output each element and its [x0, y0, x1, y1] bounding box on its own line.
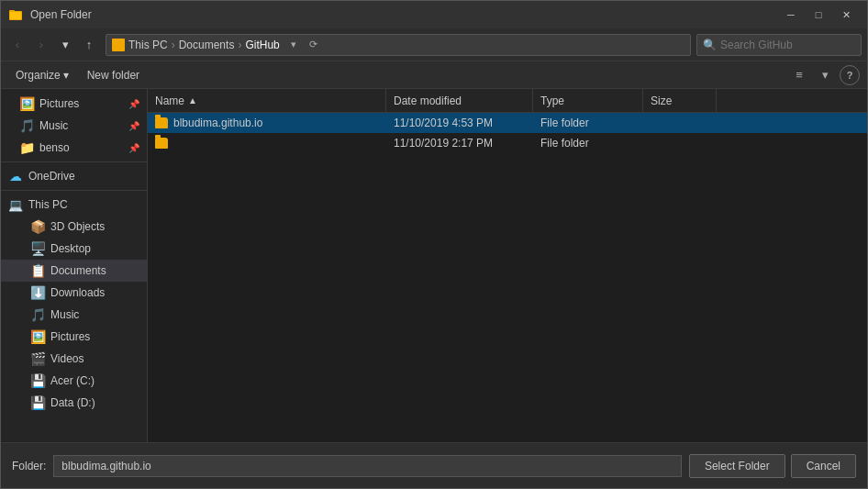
sidebar-item-pictures[interactable]: 🖼️ Pictures 📌 — [1, 93, 147, 115]
minimize-button[interactable]: ─ — [777, 1, 805, 28]
sidebar-item-benso[interactable]: 📁 benso 📌 — [1, 137, 147, 159]
sidebar-item-documents[interactable]: 📋 Documents — [1, 260, 147, 282]
organize-button[interactable]: Organize ▾ — [8, 66, 76, 84]
pictures2-icon: 🖼️ — [30, 329, 45, 344]
downloads-icon: ⬇️ — [30, 285, 45, 300]
folder-input[interactable] — [53, 455, 682, 477]
up-icon: ↑ — [86, 38, 93, 51]
sidebar-item-acerc[interactable]: 💾 Acer (C:) — [1, 370, 147, 392]
address-actions: ▾ ⟳ — [284, 34, 324, 56]
file-cell-date-1: 11/10/2019 4:53 PM — [386, 113, 533, 132]
onedrive-icon: ☁ — [8, 169, 23, 183]
address-bar[interactable]: This PC › Documents › GitHub ▾ ⟳ — [106, 34, 691, 56]
view-dropdown-icon: ▾ — [822, 68, 829, 82]
dropdown-history-button[interactable]: ▾ — [54, 34, 76, 56]
sidebar-divider-2 — [1, 190, 147, 191]
file-type-2: File folder — [540, 137, 589, 150]
sidebar-item-datad-label: Data (D:) — [50, 396, 139, 409]
select-folder-button[interactable]: Select Folder — [689, 454, 785, 478]
col-date-label: Date modified — [394, 94, 462, 107]
search-bar[interactable]: 🔍 — [696, 34, 862, 56]
address-dropdown-button[interactable]: ▾ — [284, 34, 304, 56]
search-input[interactable] — [720, 39, 855, 51]
address-breadcrumb: This PC › Documents › GitHub — [128, 39, 280, 51]
sidebar-item-3dobjects[interactable]: 📦 3D Objects — [1, 216, 147, 238]
new-folder-button[interactable]: New folder — [80, 66, 147, 84]
bottom-bar: Folder: Select Folder Cancel — [1, 442, 867, 488]
title-text: Open Folder — [30, 8, 770, 21]
sidebar-item-desktop[interactable]: 🖥️ Desktop — [1, 238, 147, 260]
col-header-date[interactable]: Date modified — [386, 89, 533, 112]
table-row[interactable]: blbudima.github.io 11/10/2019 4:53 PM Fi… — [148, 113, 867, 133]
back-icon: ‹ — [16, 38, 19, 51]
organize-toolbar: Organize ▾ New folder ≡ ▾ ? — [1, 61, 867, 89]
sidebar-item-pictures2[interactable]: 🖼️ Pictures — [1, 326, 147, 348]
folder-icon-2 — [155, 138, 168, 149]
sidebar-item-acerc-label: Acer (C:) — [50, 374, 139, 387]
close-button[interactable]: ✕ — [832, 1, 860, 28]
benso-folder-icon: 📁 — [19, 140, 34, 155]
sidebar-item-downloads[interactable]: ⬇️ Downloads — [1, 282, 147, 304]
folder-label: Folder: — [12, 460, 46, 472]
dropdown-history-icon: ▾ — [62, 38, 69, 51]
folder-icon-1 — [155, 117, 168, 128]
sidebar-item-onedrive[interactable]: ☁ OneDrive — [1, 165, 147, 187]
title-controls: ─ □ ✕ — [777, 1, 860, 28]
title-bar: Open Folder ─ □ ✕ — [1, 1, 867, 28]
col-header-type[interactable]: Type — [533, 89, 643, 112]
sidebar-item-downloads-label: Downloads — [50, 286, 139, 299]
file-name-1: blbudima.github.io — [173, 117, 262, 129]
benso-pin-icon: 📌 — [128, 143, 139, 153]
thispc-icon: 💻 — [8, 197, 23, 212]
organize-dropdown-icon: ▾ — [63, 69, 69, 82]
toolbar2-right: ≡ ▾ ? — [788, 64, 860, 86]
crumb-thispc[interactable]: This PC — [128, 39, 168, 51]
music2-icon: 🎵 — [30, 307, 45, 322]
address-toolbar: ‹ › ▾ ↑ This PC › Documents › GitHub ▾ ⟳ — [1, 28, 867, 61]
file-cell-type-2: File folder — [533, 133, 643, 152]
new-folder-label: New folder — [87, 69, 139, 82]
organize-label: Organize — [16, 69, 61, 82]
sidebar: 🖼️ Pictures 📌 🎵 Music 📌 📁 benso 📌 — [1, 89, 148, 442]
search-icon: 🔍 — [703, 39, 717, 51]
col-name-label: Name — [155, 94, 184, 107]
back-button[interactable]: ‹ — [6, 34, 28, 56]
table-row[interactable]: 11/10/2019 2:17 PM File folder — [148, 133, 867, 153]
forward-button[interactable]: › — [30, 34, 52, 56]
acerc-icon: 💾 — [30, 373, 45, 388]
file-type-1: File folder — [540, 117, 589, 129]
file-cell-date-2: 11/10/2019 2:17 PM — [386, 133, 533, 152]
view-button[interactable]: ≡ — [788, 64, 810, 86]
sidebar-item-documents-label: Documents — [50, 264, 139, 277]
desktop-icon: 🖥️ — [30, 241, 45, 256]
sidebar-item-videos-label: Videos — [50, 352, 139, 365]
forward-icon: › — [39, 38, 43, 51]
sidebar-item-thispc[interactable]: 💻 This PC — [1, 194, 147, 216]
sidebar-item-onedrive-label: OneDrive — [28, 170, 139, 183]
quick-access-group: 🖼️ Pictures 📌 🎵 Music 📌 📁 benso 📌 — [1, 93, 147, 159]
sidebar-item-videos[interactable]: 🎬 Videos — [1, 348, 147, 370]
crumb-documents[interactable]: Documents — [179, 39, 235, 51]
sidebar-item-music-label: Music — [39, 119, 123, 132]
col-size-label: Size — [651, 94, 672, 107]
sidebar-divider-1 — [1, 161, 147, 162]
view-dropdown-button[interactable]: ▾ — [814, 64, 836, 86]
file-date-1: 11/10/2019 4:53 PM — [394, 117, 493, 129]
col-header-size[interactable]: Size — [643, 89, 717, 112]
col-header-name[interactable]: Name ▲ — [148, 89, 386, 112]
address-refresh-button[interactable]: ⟳ — [304, 34, 324, 56]
cancel-button[interactable]: Cancel — [791, 454, 856, 478]
help-button[interactable]: ? — [840, 65, 860, 85]
maximize-button[interactable]: □ — [805, 1, 832, 28]
help-icon: ? — [847, 70, 853, 81]
sidebar-item-benso-label: benso — [39, 141, 123, 154]
sidebar-item-music2[interactable]: 🎵 Music — [1, 304, 147, 326]
sidebar-item-music[interactable]: 🎵 Music 📌 — [1, 115, 147, 137]
title-icon — [8, 7, 23, 22]
sidebar-item-3dobjects-label: 3D Objects — [50, 220, 139, 233]
sidebar-item-datad[interactable]: 💾 Data (D:) — [1, 392, 147, 414]
col-name-sort-icon: ▲ — [188, 95, 197, 106]
crumb-github[interactable]: GitHub — [245, 39, 279, 51]
up-button[interactable]: ↑ — [78, 34, 100, 56]
main-content: 🖼️ Pictures 📌 🎵 Music 📌 📁 benso 📌 — [1, 89, 867, 442]
